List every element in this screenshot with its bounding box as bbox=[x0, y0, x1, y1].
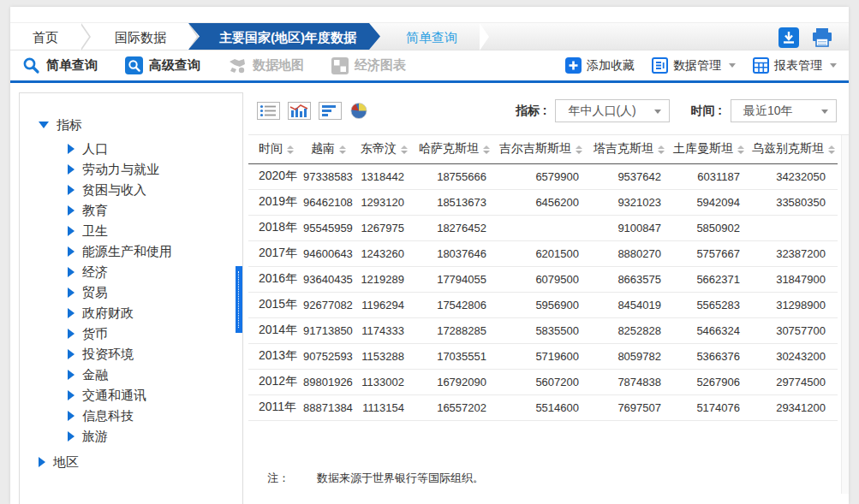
sidebar-item-label: 旅游 bbox=[82, 429, 108, 445]
print-icon[interactable] bbox=[811, 27, 833, 48]
column-header-7[interactable]: 乌兹别克斯坦 bbox=[752, 135, 838, 163]
report-manage-button[interactable]: 报表管理 bbox=[753, 57, 837, 74]
pie-chart-view-icon[interactable] bbox=[349, 102, 368, 120]
column-header-3[interactable]: 哈萨克斯坦 bbox=[416, 135, 498, 163]
sidebar-item-7[interactable]: 贸易 bbox=[68, 282, 242, 303]
column-header-2[interactable]: 东帝汶 bbox=[355, 135, 416, 163]
chevron-collapsed-icon[interactable] bbox=[68, 288, 75, 298]
breadcrumb-separator-icon bbox=[81, 23, 92, 50]
chevron-collapsed-icon[interactable] bbox=[68, 246, 75, 257]
sidebar-item-6[interactable]: 经济 bbox=[68, 262, 242, 282]
value-cell: 91713850 bbox=[303, 317, 355, 343]
table-scrollbar-track[interactable] bbox=[841, 135, 849, 494]
sidebar-item-label: 交通和通讯 bbox=[82, 388, 146, 404]
plus-icon bbox=[565, 57, 582, 74]
data-manage-button[interactable]: 数据管理 bbox=[652, 57, 736, 74]
sort-icon[interactable] bbox=[828, 145, 835, 154]
bar-chart-view-icon[interactable] bbox=[319, 102, 342, 120]
chevron-collapsed-icon[interactable] bbox=[68, 267, 75, 277]
value-cell: 31298900 bbox=[752, 292, 838, 317]
download-icon[interactable] bbox=[778, 27, 800, 48]
breadcrumb-home[interactable]: 首页 bbox=[10, 23, 81, 50]
sort-icon[interactable] bbox=[483, 145, 490, 154]
sidebar-item-4[interactable]: 卫生 bbox=[68, 221, 242, 241]
sidebar-item-3[interactable]: 教育 bbox=[68, 200, 242, 221]
advanced-query-button[interactable]: 高级查询 bbox=[125, 56, 200, 74]
column-chart-view-icon[interactable] bbox=[288, 102, 311, 120]
chevron-collapsed-icon[interactable] bbox=[68, 308, 75, 318]
chevron-collapsed-icon[interactable] bbox=[68, 205, 75, 216]
list-view-icon[interactable] bbox=[257, 102, 280, 120]
sidebar-item-0[interactable]: 人口 bbox=[68, 139, 242, 159]
sidebar-scrollbar-thumb[interactable] bbox=[236, 266, 242, 333]
value-cell: 5956900 bbox=[498, 292, 591, 317]
breadcrumb-international-data[interactable]: 国际数据 bbox=[92, 23, 188, 50]
column-header-5[interactable]: 塔吉克斯坦 bbox=[591, 135, 673, 163]
sidebar-item-9[interactable]: 货币 bbox=[68, 323, 242, 344]
column-header-6[interactable]: 土库曼斯坦 bbox=[673, 135, 752, 163]
table-row: 2017年94600643124326018037646620150088802… bbox=[248, 240, 838, 266]
sidebar-item-1[interactable]: 劳动力与就业 bbox=[68, 159, 242, 180]
value-cell bbox=[752, 215, 838, 240]
econ-chart-button[interactable]: 经济图表 bbox=[331, 57, 406, 74]
chevron-collapsed-icon[interactable] bbox=[68, 226, 75, 236]
add-favorite-button[interactable]: 添加收藏 bbox=[565, 57, 635, 74]
chevron-collapsed-icon[interactable] bbox=[68, 349, 75, 359]
sidebar-item-2[interactable]: 贫困与收入 bbox=[68, 180, 242, 200]
year-cell: 2016年 bbox=[248, 266, 303, 292]
column-header-0[interactable]: 时间 bbox=[248, 135, 303, 163]
sidebar-section-label: 地区 bbox=[53, 451, 79, 473]
year-cell: 2020年 bbox=[248, 163, 303, 189]
chevron-collapsed-icon[interactable] bbox=[68, 329, 75, 339]
sidebar-item-10[interactable]: 投资环境 bbox=[68, 344, 242, 365]
sidebar-item-14[interactable]: 旅游 bbox=[68, 426, 242, 447]
econ-chart-label: 经济图表 bbox=[355, 57, 406, 74]
chevron-collapsed-icon[interactable] bbox=[68, 164, 75, 175]
sidebar-item-5[interactable]: 能源生产和使用 bbox=[68, 241, 242, 262]
chevron-collapsed-icon[interactable] bbox=[39, 457, 45, 467]
report-manage-label: 报表管理 bbox=[774, 58, 822, 74]
data-map-button[interactable]: 数据地图 bbox=[228, 56, 304, 75]
year-cell: 2013年 bbox=[248, 343, 303, 369]
sidebar-section-indicators[interactable]: 指标 bbox=[39, 114, 242, 136]
sort-icon[interactable] bbox=[339, 145, 346, 154]
value-cell: 1196294 bbox=[355, 292, 416, 317]
chevron-collapsed-icon[interactable] bbox=[68, 431, 75, 442]
value-cell: 29774500 bbox=[752, 369, 838, 394]
chevron-collapsed-icon[interactable] bbox=[68, 144, 75, 154]
value-cell: 1318442 bbox=[355, 163, 416, 189]
sort-icon[interactable] bbox=[401, 145, 408, 154]
sidebar-item-12[interactable]: 交通和通讯 bbox=[68, 385, 242, 406]
year-cell: 2019年 bbox=[248, 189, 303, 215]
column-header-1[interactable]: 越南 bbox=[303, 135, 355, 163]
data-manage-label: 数据管理 bbox=[673, 58, 721, 74]
breadcrumb-annual-data-active[interactable]: 主要国家(地区)年度数据 bbox=[188, 23, 380, 50]
advanced-search-icon bbox=[125, 56, 143, 74]
chevron-expanded-icon[interactable] bbox=[39, 122, 49, 128]
chevron-collapsed-icon[interactable] bbox=[68, 411, 75, 421]
main-panel: 指标 : 年中人口(人) 时间 : 最近10年 时间越南东帝汶哈萨克斯坦吉尔吉斯… bbox=[248, 87, 849, 504]
table-row: 2015年92677082119629417542806595690084540… bbox=[248, 292, 838, 317]
breadcrumb-simple-query[interactable]: 简单查询 bbox=[380, 23, 480, 50]
sidebar-item-13[interactable]: 信息科技 bbox=[68, 406, 242, 426]
chevron-collapsed-icon[interactable] bbox=[68, 390, 75, 400]
chevron-collapsed-icon[interactable] bbox=[68, 370, 75, 380]
sort-icon[interactable] bbox=[576, 145, 582, 154]
indicator-label: 指标 : bbox=[516, 104, 547, 119]
printer-glyph bbox=[811, 27, 833, 48]
sort-icon[interactable] bbox=[658, 145, 665, 154]
simple-query-button[interactable]: 简单查询 bbox=[22, 56, 98, 74]
sidebar-item-8[interactable]: 政府财政 bbox=[68, 303, 242, 323]
sort-icon[interactable] bbox=[737, 145, 744, 154]
column-header-4[interactable]: 吉尔吉斯斯坦 bbox=[498, 135, 591, 163]
value-cell: 7874838 bbox=[591, 369, 673, 394]
time-select[interactable]: 最近10年 bbox=[731, 99, 837, 122]
chevron-collapsed-icon[interactable] bbox=[68, 185, 75, 195]
sidebar-item-11[interactable]: 金融 bbox=[68, 365, 242, 385]
column-label: 乌兹别克斯坦 bbox=[752, 141, 824, 155]
indicator-select[interactable]: 年中人口(人) bbox=[555, 99, 670, 122]
sidebar-section-regions[interactable]: 地区 bbox=[39, 451, 242, 473]
sort-icon[interactable] bbox=[287, 145, 294, 154]
value-cell: 5514600 bbox=[498, 394, 591, 420]
value-cell: 1243260 bbox=[355, 240, 416, 266]
